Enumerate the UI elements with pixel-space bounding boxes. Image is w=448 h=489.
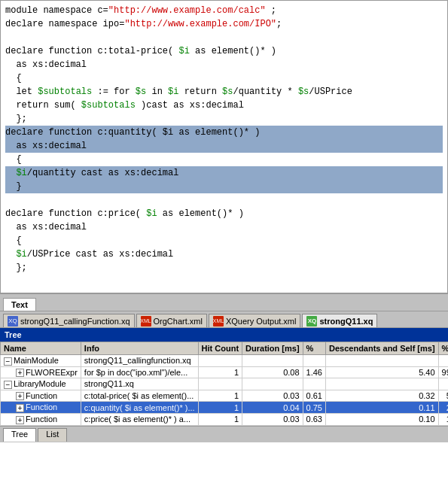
row-name-text: MainModule xyxy=(14,356,59,365)
row-name-text: Function xyxy=(26,402,57,412)
code-line: as xs:decimal xyxy=(5,58,443,71)
collapse-icon[interactable]: − xyxy=(4,357,12,366)
code-line: $i/USPrice cast as xs:decimal xyxy=(5,248,443,261)
table-cell-duration xyxy=(242,355,303,367)
table-cell-desc-self xyxy=(326,378,439,390)
table-cell-desc-self: 0.10 xyxy=(326,413,439,425)
file-tab[interactable]: XQstrongQ11_callingFunction.xq xyxy=(3,314,135,327)
code-line: declare function c:quantity( $i as eleme… xyxy=(5,126,443,139)
code-line: $i/quantity cast as xs:decimal xyxy=(5,166,443,180)
table-cell-hitcount: 1 xyxy=(198,366,242,378)
table-cell-hitcount xyxy=(198,378,242,390)
file-tab[interactable]: XMLOrgChart.xml xyxy=(136,314,207,327)
table-cell-pct2: 1.79 xyxy=(438,413,448,425)
table-cell-name: +Function xyxy=(1,402,81,414)
expand-icon[interactable]: + xyxy=(16,369,24,377)
file-tab-label: XQuery Output.xml xyxy=(226,317,297,326)
expand-icon[interactable]: + xyxy=(16,404,24,412)
table-cell-pct: 1.46 xyxy=(303,366,325,378)
bottom-tab-tree[interactable]: Tree xyxy=(3,428,36,442)
file-tab-icon: XML xyxy=(141,316,151,327)
expand-icon[interactable]: + xyxy=(16,416,24,424)
table-row[interactable]: +Functionc:quantity( $i as element()* ).… xyxy=(1,402,449,414)
code-line: { xyxy=(5,153,443,166)
code-line: let $subtotals := for $s in $i return $s… xyxy=(5,85,443,99)
table-row[interactable]: −LibraryModulestrongQ11.xq xyxy=(1,378,449,390)
table-cell-pct: 0.61 xyxy=(303,390,325,402)
table-header-cell: % xyxy=(438,342,448,355)
table-cell-info: strongQ11_callingfunction.xq xyxy=(81,355,198,367)
table-cell-info: c:price( $i as element()* ) a... xyxy=(81,413,198,425)
code-line xyxy=(5,31,443,44)
expand-icon[interactable]: + xyxy=(16,392,24,400)
table-header: NameInfoHit CountDuration [ms]%Descendan… xyxy=(1,342,449,355)
table-row[interactable]: +Functionc:total-price( $i as element().… xyxy=(1,390,449,402)
table-row[interactable]: +Functionc:price( $i as element()* ) a..… xyxy=(1,413,449,425)
code-line: declare function c:total-price( $i as el… xyxy=(5,44,443,58)
code-line: { xyxy=(5,71,443,85)
code-line: declare function c:price( $i as element(… xyxy=(5,207,443,220)
table-cell-pct: 0.63 xyxy=(303,413,325,425)
table-header-cell: % xyxy=(303,342,325,355)
code-line: as xs:decimal xyxy=(5,139,443,153)
table-cell-name: +Function xyxy=(1,413,81,425)
table-cell-pct2: 5.82 xyxy=(438,390,448,402)
table-cell-pct2 xyxy=(438,378,448,390)
code-line: }; xyxy=(5,112,443,126)
table-cell-pct xyxy=(303,378,325,390)
table-cell-hitcount xyxy=(198,355,242,367)
table-cell-desc-self xyxy=(326,355,439,367)
table-cell-duration: 0.04 xyxy=(242,402,303,414)
table-cell-info: c:quantity( $i as element()* )... xyxy=(81,402,198,414)
text-tab[interactable]: Text xyxy=(3,298,36,311)
file-tabs: XQstrongQ11_callingFunction.xqXMLOrgChar… xyxy=(0,311,448,328)
table-cell-info: c:total-price( $i as element()... xyxy=(81,390,198,402)
file-tab-icon: XQ xyxy=(8,316,18,327)
code-line: }; xyxy=(5,261,443,275)
file-tab[interactable]: XMLXQuery Output.xml xyxy=(209,314,301,327)
tree-section-label: Tree xyxy=(0,328,448,342)
row-name-text: Function xyxy=(26,415,57,424)
file-tab-icon: XML xyxy=(213,316,224,327)
table-cell-name: +FLWOREExpr xyxy=(1,366,81,378)
table-header-cell: Descendants and Self [ms] xyxy=(326,342,439,355)
row-name-text: FLWOREExpr xyxy=(26,368,78,377)
table-cell-info: for $p in doc("ipo.xml")/ele... xyxy=(81,366,198,378)
file-tab-icon: XQ xyxy=(306,316,317,327)
file-tab-label: strongQ11.xq xyxy=(319,317,373,326)
code-line: declare namespace ipo="http://www.exampl… xyxy=(5,17,443,31)
table-body: −MainModulestrongQ11_callingfunction.xq+… xyxy=(1,355,449,426)
table-cell-pct: 0.75 xyxy=(303,402,325,414)
table-header-cell: Name xyxy=(1,342,81,355)
table-cell-duration xyxy=(242,378,303,390)
table-cell-duration: 0.08 xyxy=(242,366,303,378)
code-line: as xs:decimal xyxy=(5,220,443,234)
text-tab-bar: Text xyxy=(0,293,448,311)
file-tab-label: OrgChart.xml xyxy=(154,317,203,326)
code-line: return sum( $subtotals )cast as xs:decim… xyxy=(5,99,443,112)
bottom-tab-list[interactable]: List xyxy=(38,428,67,442)
table-cell-name: +Function xyxy=(1,390,81,402)
row-name-text: Function xyxy=(26,391,57,400)
table-row[interactable]: +FLWOREExprfor $p in doc("ipo.xml")/ele.… xyxy=(1,366,449,378)
table-cell-duration: 0.03 xyxy=(242,390,303,402)
collapse-icon[interactable]: − xyxy=(4,381,12,389)
tree-table: NameInfoHit CountDuration [ms]%Descendan… xyxy=(0,342,448,426)
table-header-cell: Hit Count xyxy=(198,342,242,355)
code-line xyxy=(5,193,443,207)
table-cell-pct xyxy=(303,355,325,367)
file-tab[interactable]: XQstrongQ11.xq xyxy=(302,314,377,327)
file-tab-label: strongQ11_callingFunction.xq xyxy=(20,317,130,326)
table-cell-hitcount: 1 xyxy=(198,390,242,402)
table-cell-desc-self: 5.40 xyxy=(326,366,439,378)
table-cell-pct2: 99.79 xyxy=(438,366,448,378)
table-cell-hitcount: 1 xyxy=(198,413,242,425)
table-cell-pct2: 2.10 xyxy=(438,402,448,414)
table-cell-hitcount: 1 xyxy=(198,402,242,414)
table-row[interactable]: −MainModulestrongQ11_callingfunction.xq xyxy=(1,355,449,367)
row-name-text: LibraryModule xyxy=(14,379,66,388)
table-cell-name: −LibraryModule xyxy=(1,378,81,390)
table-cell-desc-self: 0.11 xyxy=(326,402,439,414)
code-line: } xyxy=(5,180,443,193)
table-header-cell: Duration [ms] xyxy=(242,342,303,355)
